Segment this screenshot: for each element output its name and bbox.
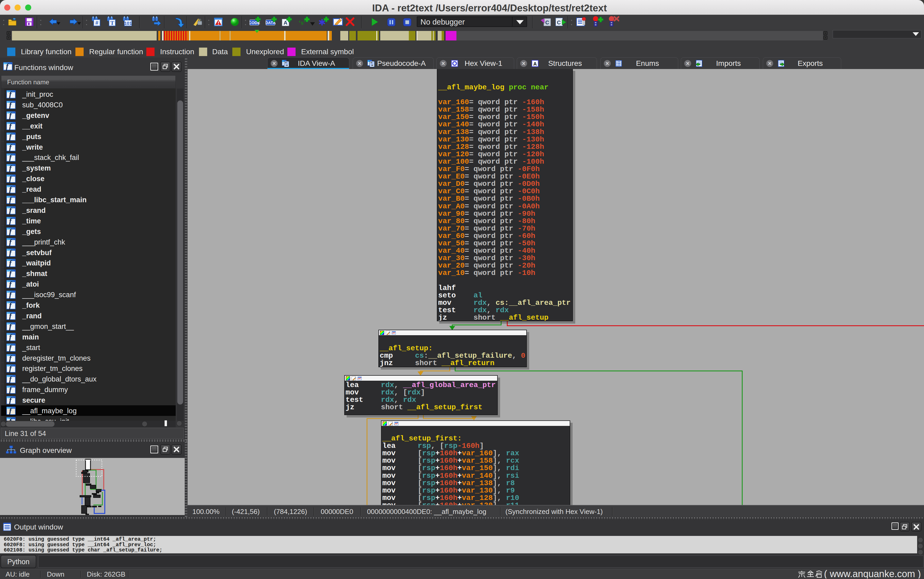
svg-text:101: 101 [125,21,132,26]
svg-text:T: T [110,20,114,26]
svg-text:( www.anquanke.com ): ( www.anquanke.com ) [824,570,921,579]
svg-text:A: A [284,20,287,26]
svg-text:C: C [557,20,561,25]
svg-text:A: A [533,61,537,67]
svg-text:C: C [545,20,549,25]
svg-text:#: # [95,20,98,26]
